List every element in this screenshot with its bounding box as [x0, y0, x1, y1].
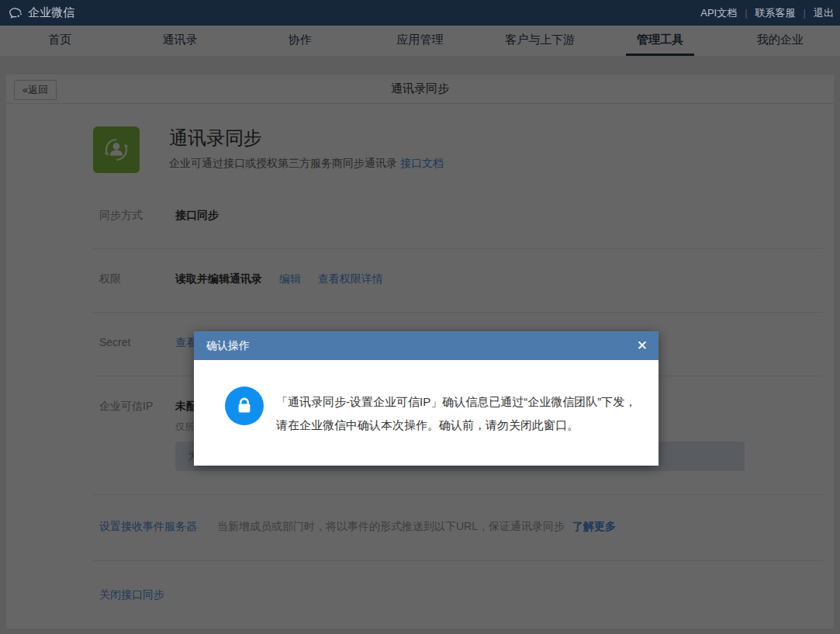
confirm-dialog-message: 「通讯录同步-设置企业可信IP」确认信息已通过“企业微信团队”下发，请在企业微信…	[276, 390, 638, 437]
confirm-dialog-header: 确认操作 ✕	[194, 331, 659, 360]
api-doc-link[interactable]: API文档	[700, 6, 737, 20]
app-logo-text: 企业微信	[28, 5, 74, 20]
topbar: 企业微信 API文档 | 联系客服 | 退出	[0, 0, 840, 26]
logout-link[interactable]: 退出	[814, 6, 834, 20]
separator: |	[804, 7, 806, 19]
contact-support-link[interactable]: 联系客服	[755, 6, 796, 20]
confirm-dialog-body: 「通讯录同步-设置企业可信IP」确认信息已通过“企业微信团队”下发，请在企业微信…	[194, 360, 659, 437]
confirm-dialog-title: 确认操作	[206, 339, 250, 353]
app-logo[interactable]: 企业微信	[8, 5, 74, 21]
separator: |	[745, 7, 747, 19]
confirm-dialog: 确认操作 ✕ 「通讯录同步-设置企业可信IP」确认信息已通过“企业微信团队”下发…	[194, 331, 659, 466]
modal-overlay	[0, 26, 840, 634]
chat-bubble-icon	[8, 5, 23, 21]
wework-admin-page: 企业微信 API文档 | 联系客服 | 退出 首页 通讯录 协作 应用管理 客户…	[0, 0, 840, 634]
topbar-links: API文档 | 联系客服 | 退出	[700, 6, 834, 20]
lock-icon	[225, 386, 264, 425]
close-icon[interactable]: ✕	[637, 339, 648, 352]
